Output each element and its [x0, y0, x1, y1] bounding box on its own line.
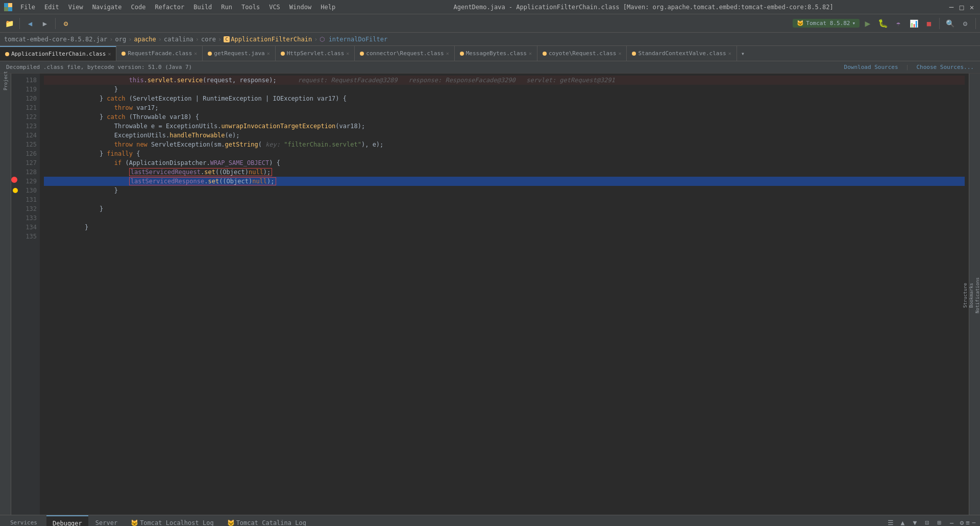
code-line-131 — [44, 195, 965, 204]
tab-indicator-7 — [632, 52, 636, 56]
tab-close-7[interactable]: ✕ — [728, 51, 731, 56]
tomcat-localhost-label: Tomcat Localhost Log — [140, 519, 214, 527]
project-icon[interactable]: 📁 — [2, 16, 16, 31]
bp-restore-btn[interactable]: ⊡ — [922, 518, 933, 527]
menu-code[interactable]: Code — [127, 3, 150, 12]
menu-build[interactable]: Build — [189, 3, 216, 12]
services-label: Services — [4, 515, 43, 527]
bp-close-panel[interactable]: − — [972, 519, 976, 526]
bp-down-btn[interactable]: ▼ — [910, 518, 920, 527]
toolbar-divider-1 — [19, 18, 20, 29]
tab-more-button[interactable]: ▾ — [737, 50, 749, 57]
bp-tab-tomcat-localhost[interactable]: 🐱 Tomcat Localhost Log — [125, 515, 220, 527]
bp-settings-btn[interactable]: ⚙ — [960, 519, 964, 526]
close-button[interactable]: ✕ — [968, 3, 976, 11]
menu-tools[interactable]: Tools — [237, 3, 264, 12]
tab-close-1[interactable]: ✕ — [194, 51, 197, 56]
settings-button[interactable]: ⚙ — [958, 16, 972, 31]
structure-panel[interactable]: Structure — [963, 279, 968, 312]
bc-apache[interactable]: apache — [134, 36, 156, 43]
bc-org[interactable]: org — [115, 36, 127, 43]
choose-sources-link[interactable]: Choose Sources... — [916, 64, 974, 70]
tab-0[interactable]: ApplicationFilterChain.class ✕ — [0, 46, 116, 61]
left-sidebar: Project — [0, 74, 11, 515]
code-line-130: } — [44, 186, 965, 195]
bp-float-btn[interactable]: ⊞ — [935, 518, 945, 527]
svg-rect-1 — [8, 7, 12, 11]
tab-1[interactable]: RequestFacade.class ✕ — [116, 46, 203, 61]
menu-run[interactable]: Run — [217, 3, 236, 12]
tab-close-2[interactable]: ✕ — [267, 51, 270, 56]
code-editor[interactable]: this.servlet.service(request, response);… — [40, 74, 969, 515]
bp-tab-debugger[interactable]: Debugger — [46, 515, 88, 527]
menu-refactor[interactable]: Refactor — [151, 3, 188, 12]
svg-rect-2 — [8, 3, 12, 7]
menu-view[interactable]: View — [64, 3, 87, 12]
maximize-button[interactable]: □ — [958, 3, 966, 11]
menu-vcs[interactable]: VCS — [265, 3, 284, 12]
bp-menu-btn[interactable]: ☰ — [886, 518, 896, 527]
build-icon[interactable]: ⚙ — [59, 16, 73, 31]
menu-help[interactable]: Help — [316, 3, 339, 12]
bp-tab-tomcat-catalina[interactable]: 🐱 Tomcat Catalina Log — [221, 515, 312, 527]
tab-close-6[interactable]: ✕ — [618, 51, 621, 56]
bc-catalina[interactable]: catalina — [164, 36, 193, 43]
bp-up-btn[interactable]: ▲ — [898, 518, 908, 527]
bc-method[interactable]: ⬡ internalDoFilter — [320, 36, 387, 43]
forward-button[interactable]: ▶ — [38, 16, 52, 31]
bc-class[interactable]: C ApplicationFilterChain — [224, 36, 312, 43]
run-with-coverage-button[interactable]: ☂ — [891, 16, 905, 31]
toolbar-build: ⚙ — [59, 16, 73, 31]
search-everywhere-button[interactable]: 🔍 — [943, 16, 957, 31]
tab-6[interactable]: coyote\Request.class ✕ — [537, 46, 627, 61]
tab-close-4[interactable]: ✕ — [446, 51, 449, 56]
code-line-134: } — [44, 223, 965, 232]
bp-tab-server[interactable]: Server — [89, 515, 124, 527]
sidebar-project-icon[interactable]: Project — [1, 76, 11, 86]
code-line-126: } finally { — [44, 149, 965, 158]
tab-3[interactable]: HttpServlet.class ✕ — [276, 46, 355, 61]
bc-jar[interactable]: tomcat-embed-core-8.5.82.jar — [4, 36, 107, 43]
run-config-selector[interactable]: 🐱 Tomcat 8.5.82 ▾ — [793, 19, 860, 28]
toolbar-nav: ◀ ▶ — [23, 16, 52, 31]
svg-rect-3 — [4, 7, 8, 11]
tab-4[interactable]: connector\Request.class ✕ — [355, 46, 454, 61]
bp-gear-btn[interactable]: ≡ — [966, 519, 970, 526]
notifications-panel[interactable]: Notifications — [975, 273, 980, 317]
bookmarks-panel[interactable]: Bookmarks — [969, 279, 974, 312]
debug-button[interactable]: 🐛 — [876, 16, 890, 31]
minimize-button[interactable]: ─ — [947, 3, 955, 11]
tab-5[interactable]: MessageBytes.class ✕ — [455, 46, 537, 61]
tab-7[interactable]: StandardContextValve.class ✕ — [627, 46, 737, 61]
code-line-125: throw new ServletException(sm.getString(… — [44, 140, 965, 149]
code-line-123: Throwable e = ExceptionUtils.unwrapInvoc… — [44, 122, 965, 131]
tab-close-3[interactable]: ✕ — [346, 51, 349, 56]
back-button[interactable]: ◀ — [23, 16, 37, 31]
bp-controls: ☰ ▲ ▼ ⊡ ⊞ − — [886, 518, 957, 527]
profile-button[interactable]: 📊 — [906, 16, 921, 31]
run-button[interactable]: ▶ — [861, 16, 875, 31]
tab-indicator-5 — [460, 52, 464, 56]
stop-button[interactable]: ■ — [922, 16, 936, 31]
info-bar-right: Download Sources | Choose Sources... — [844, 64, 974, 70]
code-line-119: } — [44, 85, 965, 94]
menu-navigate[interactable]: Navigate — [88, 3, 126, 12]
menu-window[interactable]: Window — [285, 3, 315, 12]
toolbar-divider-3 — [939, 18, 940, 29]
tab-indicator-3 — [281, 52, 285, 56]
code-line-127: if (ApplicationDispatcher.WRAP_SAME_OBJE… — [44, 158, 965, 168]
main-layout: Project 118 119 120 121 122 123 — [0, 74, 980, 515]
tab-2[interactable]: getRequest.java ✕ — [203, 46, 275, 61]
menu-file[interactable]: File — [16, 3, 39, 12]
code-line-133 — [44, 213, 965, 223]
tab-close-5[interactable]: ✕ — [529, 51, 532, 56]
tab-indicator-4 — [360, 52, 364, 56]
code-line-120: } catch (ServletException | RuntimeExcep… — [44, 94, 965, 103]
menu-edit[interactable]: Edit — [40, 3, 63, 12]
info-bar: Decompiled .class file, bytecode version… — [0, 61, 980, 74]
bp-close-btn[interactable]: − — [947, 518, 957, 527]
download-sources-link[interactable]: Download Sources — [844, 64, 898, 70]
bc-core[interactable]: core — [201, 36, 216, 43]
editor-area: 118 119 120 121 122 123 124 125 126 127 … — [11, 74, 969, 515]
tab-close-0[interactable]: ✕ — [108, 51, 111, 57]
